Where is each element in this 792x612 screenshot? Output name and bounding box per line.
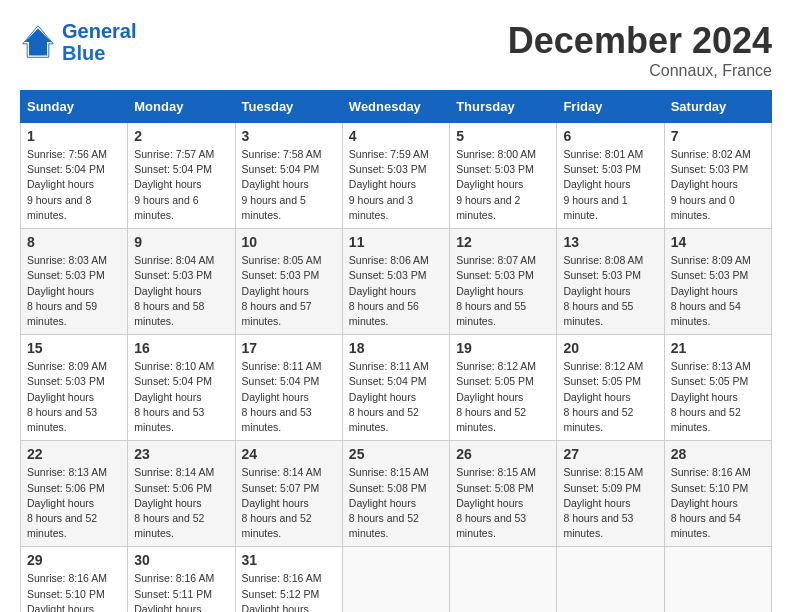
day-number: 26 (456, 446, 550, 462)
svg-marker-0 (25, 29, 52, 56)
day-of-week-header: Monday (128, 91, 235, 123)
calendar-week-row: 22 Sunrise: 8:13 AM Sunset: 5:06 PM Dayl… (21, 441, 772, 547)
calendar: SundayMondayTuesdayWednesdayThursdayFrid… (20, 90, 772, 612)
day-info: Sunrise: 8:12 AM Sunset: 5:05 PM Dayligh… (563, 359, 657, 435)
location: Connaux, France (508, 62, 772, 80)
calendar-cell: 28 Sunrise: 8:16 AM Sunset: 5:10 PM Dayl… (664, 441, 771, 547)
day-info: Sunrise: 8:14 AM Sunset: 5:07 PM Dayligh… (242, 465, 336, 541)
day-number: 6 (563, 128, 657, 144)
day-info: Sunrise: 7:57 AM Sunset: 5:04 PM Dayligh… (134, 147, 228, 223)
day-info: Sunrise: 8:16 AM Sunset: 5:11 PM Dayligh… (134, 571, 228, 612)
calendar-cell: 16 Sunrise: 8:10 AM Sunset: 5:04 PM Dayl… (128, 335, 235, 441)
calendar-week-row: 15 Sunrise: 8:09 AM Sunset: 5:03 PM Dayl… (21, 335, 772, 441)
day-info: Sunrise: 8:11 AM Sunset: 5:04 PM Dayligh… (349, 359, 443, 435)
calendar-cell: 8 Sunrise: 8:03 AM Sunset: 5:03 PM Dayli… (21, 229, 128, 335)
day-info: Sunrise: 8:11 AM Sunset: 5:04 PM Dayligh… (242, 359, 336, 435)
day-info: Sunrise: 8:04 AM Sunset: 5:03 PM Dayligh… (134, 253, 228, 329)
day-info: Sunrise: 8:15 AM Sunset: 5:08 PM Dayligh… (349, 465, 443, 541)
calendar-cell: 30 Sunrise: 8:16 AM Sunset: 5:11 PM Dayl… (128, 547, 235, 612)
day-info: Sunrise: 8:09 AM Sunset: 5:03 PM Dayligh… (671, 253, 765, 329)
month-title: December 2024 (508, 20, 772, 62)
day-info: Sunrise: 8:14 AM Sunset: 5:06 PM Dayligh… (134, 465, 228, 541)
day-number: 4 (349, 128, 443, 144)
calendar-cell: 23 Sunrise: 8:14 AM Sunset: 5:06 PM Dayl… (128, 441, 235, 547)
day-number: 9 (134, 234, 228, 250)
day-number: 12 (456, 234, 550, 250)
day-number: 24 (242, 446, 336, 462)
day-number: 25 (349, 446, 443, 462)
calendar-cell (450, 547, 557, 612)
calendar-cell: 13 Sunrise: 8:08 AM Sunset: 5:03 PM Dayl… (557, 229, 664, 335)
calendar-cell: 19 Sunrise: 8:12 AM Sunset: 5:05 PM Dayl… (450, 335, 557, 441)
day-number: 13 (563, 234, 657, 250)
calendar-cell: 4 Sunrise: 7:59 AM Sunset: 5:03 PM Dayli… (342, 123, 449, 229)
day-info: Sunrise: 8:07 AM Sunset: 5:03 PM Dayligh… (456, 253, 550, 329)
day-number: 22 (27, 446, 121, 462)
calendar-cell: 3 Sunrise: 7:58 AM Sunset: 5:04 PM Dayli… (235, 123, 342, 229)
logo-text: General Blue (62, 20, 136, 64)
day-info: Sunrise: 7:59 AM Sunset: 5:03 PM Dayligh… (349, 147, 443, 223)
calendar-cell: 7 Sunrise: 8:02 AM Sunset: 5:03 PM Dayli… (664, 123, 771, 229)
day-info: Sunrise: 8:05 AM Sunset: 5:03 PM Dayligh… (242, 253, 336, 329)
calendar-cell: 29 Sunrise: 8:16 AM Sunset: 5:10 PM Dayl… (21, 547, 128, 612)
calendar-cell: 11 Sunrise: 8:06 AM Sunset: 5:03 PM Dayl… (342, 229, 449, 335)
day-info: Sunrise: 8:00 AM Sunset: 5:03 PM Dayligh… (456, 147, 550, 223)
day-number: 30 (134, 552, 228, 568)
calendar-cell: 15 Sunrise: 8:09 AM Sunset: 5:03 PM Dayl… (21, 335, 128, 441)
day-info: Sunrise: 8:13 AM Sunset: 5:06 PM Dayligh… (27, 465, 121, 541)
day-info: Sunrise: 8:15 AM Sunset: 5:09 PM Dayligh… (563, 465, 657, 541)
title-block: December 2024 Connaux, France (508, 20, 772, 80)
day-info: Sunrise: 8:16 AM Sunset: 5:10 PM Dayligh… (27, 571, 121, 612)
calendar-cell: 26 Sunrise: 8:15 AM Sunset: 5:08 PM Dayl… (450, 441, 557, 547)
calendar-cell: 22 Sunrise: 8:13 AM Sunset: 5:06 PM Dayl… (21, 441, 128, 547)
day-info: Sunrise: 8:01 AM Sunset: 5:03 PM Dayligh… (563, 147, 657, 223)
logo: General Blue (20, 20, 136, 64)
logo-line1: General (62, 20, 136, 42)
day-info: Sunrise: 8:08 AM Sunset: 5:03 PM Dayligh… (563, 253, 657, 329)
day-info: Sunrise: 8:09 AM Sunset: 5:03 PM Dayligh… (27, 359, 121, 435)
day-number: 15 (27, 340, 121, 356)
day-of-week-header: Friday (557, 91, 664, 123)
calendar-cell: 1 Sunrise: 7:56 AM Sunset: 5:04 PM Dayli… (21, 123, 128, 229)
calendar-cell: 24 Sunrise: 8:14 AM Sunset: 5:07 PM Dayl… (235, 441, 342, 547)
day-number: 14 (671, 234, 765, 250)
logo-icon (20, 24, 56, 60)
day-number: 5 (456, 128, 550, 144)
day-number: 28 (671, 446, 765, 462)
day-info: Sunrise: 8:16 AM Sunset: 5:10 PM Dayligh… (671, 465, 765, 541)
calendar-cell: 20 Sunrise: 8:12 AM Sunset: 5:05 PM Dayl… (557, 335, 664, 441)
calendar-cell: 25 Sunrise: 8:15 AM Sunset: 5:08 PM Dayl… (342, 441, 449, 547)
day-number: 7 (671, 128, 765, 144)
calendar-cell: 9 Sunrise: 8:04 AM Sunset: 5:03 PM Dayli… (128, 229, 235, 335)
day-info: Sunrise: 8:10 AM Sunset: 5:04 PM Dayligh… (134, 359, 228, 435)
day-number: 2 (134, 128, 228, 144)
day-info: Sunrise: 7:58 AM Sunset: 5:04 PM Dayligh… (242, 147, 336, 223)
day-number: 31 (242, 552, 336, 568)
calendar-header-row: SundayMondayTuesdayWednesdayThursdayFrid… (21, 91, 772, 123)
calendar-cell (664, 547, 771, 612)
day-number: 23 (134, 446, 228, 462)
day-info: Sunrise: 8:15 AM Sunset: 5:08 PM Dayligh… (456, 465, 550, 541)
day-number: 29 (27, 552, 121, 568)
day-number: 19 (456, 340, 550, 356)
day-number: 1 (27, 128, 121, 144)
calendar-cell (342, 547, 449, 612)
calendar-cell (557, 547, 664, 612)
day-of-week-header: Thursday (450, 91, 557, 123)
day-number: 10 (242, 234, 336, 250)
calendar-cell: 18 Sunrise: 8:11 AM Sunset: 5:04 PM Dayl… (342, 335, 449, 441)
calendar-cell: 12 Sunrise: 8:07 AM Sunset: 5:03 PM Dayl… (450, 229, 557, 335)
calendar-body: 1 Sunrise: 7:56 AM Sunset: 5:04 PM Dayli… (21, 123, 772, 613)
day-of-week-header: Wednesday (342, 91, 449, 123)
day-info: Sunrise: 8:06 AM Sunset: 5:03 PM Dayligh… (349, 253, 443, 329)
day-number: 11 (349, 234, 443, 250)
calendar-cell: 27 Sunrise: 8:15 AM Sunset: 5:09 PM Dayl… (557, 441, 664, 547)
day-info: Sunrise: 8:03 AM Sunset: 5:03 PM Dayligh… (27, 253, 121, 329)
day-number: 17 (242, 340, 336, 356)
calendar-week-row: 1 Sunrise: 7:56 AM Sunset: 5:04 PM Dayli… (21, 123, 772, 229)
day-of-week-header: Tuesday (235, 91, 342, 123)
day-info: Sunrise: 8:13 AM Sunset: 5:05 PM Dayligh… (671, 359, 765, 435)
day-number: 27 (563, 446, 657, 462)
calendar-cell: 31 Sunrise: 8:16 AM Sunset: 5:12 PM Dayl… (235, 547, 342, 612)
calendar-cell: 17 Sunrise: 8:11 AM Sunset: 5:04 PM Dayl… (235, 335, 342, 441)
